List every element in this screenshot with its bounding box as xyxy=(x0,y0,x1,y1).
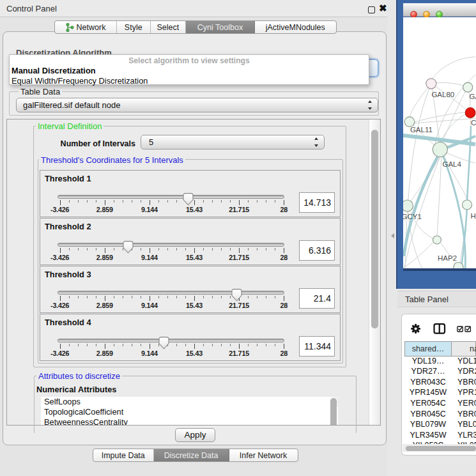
svg-text:GAL80: GAL80 xyxy=(431,91,454,98)
svg-text:GAL4: GAL4 xyxy=(443,160,462,168)
svg-text:GAL11: GAL11 xyxy=(410,126,433,134)
svg-text:CR: CR xyxy=(471,119,476,127)
svg-text:GAL7: GAL7 xyxy=(470,93,476,100)
svg-text:HAP: HAP xyxy=(471,212,476,220)
svg-text:HAP2: HAP2 xyxy=(438,254,457,262)
svg-text:GCY1: GCY1 xyxy=(403,213,422,220)
